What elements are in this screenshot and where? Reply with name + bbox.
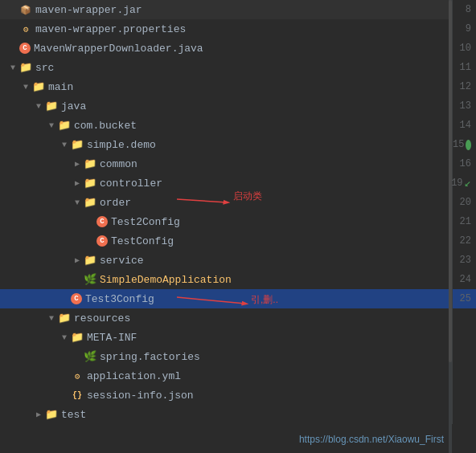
expand-arrow[interactable]	[71, 196, 84, 209]
line-number-cell	[452, 328, 476, 347]
line-number-cell: 11	[452, 58, 476, 77]
line-number: 8	[466, 4, 471, 15]
line-number-cell	[452, 405, 476, 424]
row-content: 📁 META-INF	[0, 331, 476, 344]
row-content: ⚙ maven-wrapper.properties	[0, 22, 476, 35]
row-content: 📁 controller	[0, 177, 476, 190]
tree-row[interactable]: 📁 META-INF	[0, 328, 476, 347]
line-number: 20	[460, 197, 471, 208]
jar-icon: 📦	[19, 3, 32, 16]
line-number: 23	[460, 255, 471, 266]
line-number: 21	[460, 216, 471, 227]
row-content: 📁 src	[0, 61, 476, 74]
no-arrow	[84, 235, 96, 247]
tree-row[interactable]: C Test2Config 21	[0, 212, 476, 231]
line-number: 25	[460, 293, 471, 304]
folder-icon: 📁	[45, 408, 58, 421]
line-number-cell: 20	[452, 193, 476, 212]
line-number-cell: 24	[452, 270, 476, 289]
file-name: maven-wrapper.properties	[35, 23, 186, 35]
tree-row[interactable]: 📁 service 23	[0, 251, 476, 270]
line-number-cell: 9	[452, 19, 476, 39]
row-content: {} session-info.json	[0, 389, 476, 402]
expand-arrow[interactable]	[45, 119, 58, 132]
tree-row[interactable]: C MavenWrapperDownloader.java 10	[0, 39, 476, 58]
tree-row[interactable]: 📦 maven-wrapper.jar 8	[0, 0, 476, 19]
tree-row[interactable]: 📁 simple.demo 15	[0, 135, 476, 154]
spring-icon: 🌿	[84, 350, 96, 363]
line-number: 14	[460, 120, 471, 131]
file-name: simple.demo	[87, 139, 156, 151]
java-class-icon: C	[96, 216, 108, 227]
folder-icon: 📁	[32, 80, 45, 93]
row-content: 🌿 spring.factories	[0, 350, 476, 363]
expand-arrow[interactable]	[19, 80, 32, 93]
file-name: common	[100, 158, 137, 170]
java-class-icon: C	[19, 43, 31, 54]
tree-row[interactable]: {} session-info.json	[0, 386, 476, 405]
tree-row[interactable]: 📁 test	[0, 405, 476, 424]
row-content: 📁 resources	[0, 312, 476, 324]
folder-icon: 📁	[71, 138, 84, 151]
line-number-cell: 21	[452, 212, 476, 231]
row-content: C Test2Config	[0, 215, 476, 228]
expand-arrow[interactable]	[6, 61, 19, 74]
file-name: SimpleDemoApplication	[100, 274, 232, 286]
file-name: application.yml	[87, 370, 181, 382]
no-arrow	[71, 350, 84, 363]
file-name: TestConfig	[111, 235, 174, 247]
json-icon: {}	[71, 389, 84, 402]
expand-arrow[interactable]	[58, 138, 71, 151]
tree-row[interactable]: 📁 common 16	[0, 154, 476, 173]
yaml-icon: ⚙	[71, 369, 84, 382]
file-name: Test3Config	[85, 293, 154, 305]
row-content: 📦 maven-wrapper.jar	[0, 3, 476, 16]
java-class-icon: C	[71, 293, 82, 304]
bottom-link: https://blog.csdn.net/Xiaowu_First	[299, 434, 444, 445]
tree-row[interactable]: ⚙ maven-wrapper.properties 9	[0, 19, 476, 39]
row-content: 📁 service	[0, 254, 476, 267]
line-number-cell: 10	[452, 39, 476, 58]
tree-row[interactable]: ⚙ application.yml	[0, 366, 476, 386]
line-number-cell	[452, 386, 476, 405]
tree-row[interactable]: 📁 main 12	[0, 77, 476, 96]
properties-icon: ⚙	[19, 22, 32, 35]
file-name: MavenWrapperDownloader.java	[34, 43, 203, 55]
file-name: main	[48, 81, 73, 93]
tree-row[interactable]: C Test3Config 25	[0, 289, 476, 308]
annotation-delete: 引,删..	[251, 293, 278, 307]
tree-row[interactable]: 🌿 spring.factories	[0, 347, 476, 366]
line-number-cell: 16	[452, 154, 476, 173]
collapse-arrow[interactable]	[71, 157, 84, 170]
no-arrow	[58, 292, 71, 305]
file-name: session-info.json	[87, 390, 194, 402]
folder-icon: 📁	[84, 254, 96, 267]
collapse-arrow[interactable]	[32, 408, 45, 421]
folder-icon: 📁	[84, 157, 96, 170]
tree-row[interactable]: 🌿 SimpleDemoApplication 24	[0, 270, 476, 289]
collapse-arrow[interactable]	[71, 254, 84, 267]
row-content: C MavenWrapperDownloader.java	[0, 42, 476, 55]
tree-row[interactable]: 📁 java 13	[0, 96, 476, 116]
java-class-icon: C	[96, 235, 108, 247]
row-content: 📁 java	[0, 100, 476, 112]
row-content: 📁 common	[0, 157, 476, 170]
line-number-cell: 19↙	[452, 173, 476, 193]
collapse-arrow[interactable]	[71, 177, 84, 190]
folder-icon: 📁	[84, 196, 96, 209]
expand-arrow[interactable]	[58, 331, 71, 344]
scrollbar[interactable]	[449, 0, 452, 453]
line-number: 16	[460, 158, 471, 169]
folder-icon: 📁	[19, 61, 32, 74]
tree-row[interactable]: 📁 resources	[0, 308, 476, 328]
file-name: com.bucket	[74, 120, 137, 132]
tree-row[interactable]: 📁 src 11	[0, 58, 476, 77]
line-number-cell: 14	[452, 116, 476, 135]
tree-row[interactable]: C TestConfig 22	[0, 231, 476, 251]
expand-arrow[interactable]	[32, 100, 45, 112]
line-number: 13	[460, 100, 471, 112]
tree-row[interactable]: 📁 com.bucket 14	[0, 116, 476, 135]
scrollbar-thumb[interactable]	[449, 0, 452, 362]
expand-arrow[interactable]	[45, 312, 58, 324]
no-arrow	[71, 273, 84, 286]
